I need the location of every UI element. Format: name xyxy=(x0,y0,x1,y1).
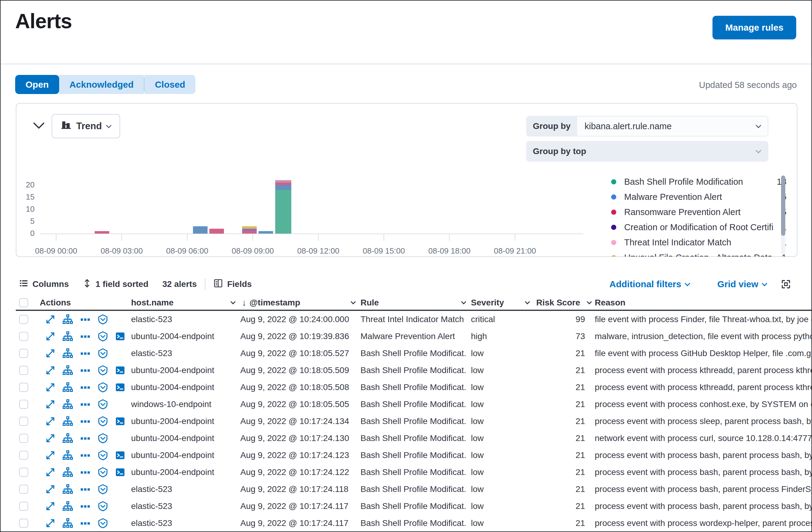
row-checkbox[interactable] xyxy=(19,349,28,358)
column-menu-chevron-icon[interactable] xyxy=(351,299,356,305)
chart-bar-segment[interactable] xyxy=(193,226,207,234)
session-view-icon[interactable] xyxy=(115,382,125,393)
legend-item[interactable]: Ransomware Prevention Alert 5 xyxy=(605,204,786,220)
timeline-shield-icon[interactable] xyxy=(97,399,108,410)
severity-header[interactable]: Severity xyxy=(471,298,504,308)
analyze-event-icon[interactable] xyxy=(62,501,73,512)
legend-item[interactable]: Bash Shell Profile Modification 18 xyxy=(605,174,786,189)
session-view-icon[interactable] xyxy=(115,365,125,375)
tab-closed[interactable]: Closed xyxy=(144,75,195,94)
more-actions-icon[interactable] xyxy=(80,331,91,342)
chart-bar-segment[interactable] xyxy=(275,180,291,182)
timeline-shield-icon[interactable] xyxy=(97,467,108,478)
expand-alert-icon[interactable] xyxy=(45,484,56,494)
more-actions-icon[interactable] xyxy=(80,399,91,410)
row-checkbox[interactable] xyxy=(19,383,28,392)
expand-alert-icon[interactable] xyxy=(45,314,56,325)
expand-alert-icon[interactable] xyxy=(45,501,56,512)
timeline-shield-icon[interactable] xyxy=(97,433,108,444)
columns-button[interactable]: Columns xyxy=(19,279,69,290)
timeline-shield-icon[interactable] xyxy=(97,518,108,529)
timeline-shield-icon[interactable] xyxy=(97,484,108,495)
chart-bar-segment[interactable] xyxy=(209,229,224,234)
timeline-shield-icon[interactable] xyxy=(97,450,108,461)
timeline-shield-icon[interactable] xyxy=(97,382,108,393)
expand-alert-icon[interactable] xyxy=(45,416,56,426)
row-checkbox[interactable] xyxy=(19,468,28,477)
timeline-shield-icon[interactable] xyxy=(97,501,108,512)
session-view-icon[interactable] xyxy=(115,450,125,460)
row-checkbox[interactable] xyxy=(19,502,28,511)
chart-bar-segment[interactable] xyxy=(242,229,257,231)
more-actions-icon[interactable] xyxy=(80,467,91,478)
group-by-top-field[interactable]: Group by top xyxy=(526,141,768,162)
row-checkbox[interactable] xyxy=(19,451,28,460)
analyze-event-icon[interactable] xyxy=(62,416,73,427)
expand-alert-icon[interactable] xyxy=(45,518,56,528)
row-checkbox[interactable] xyxy=(19,332,28,341)
group-by-field[interactable]: Group by kibana.alert.rule.name xyxy=(526,116,768,136)
expand-alert-icon[interactable] xyxy=(45,365,56,375)
sorted-fields-button[interactable]: 1 field sorted xyxy=(83,278,148,290)
analyze-event-icon[interactable] xyxy=(62,450,73,461)
chart-bar-segment[interactable] xyxy=(275,185,291,190)
analyze-event-icon[interactable] xyxy=(62,365,73,376)
chart-bar-segment[interactable] xyxy=(275,190,291,234)
expand-alert-icon[interactable] xyxy=(45,467,56,477)
chart-bar-segment[interactable] xyxy=(95,231,109,234)
session-view-icon[interactable] xyxy=(115,467,125,477)
row-checkbox[interactable] xyxy=(19,400,28,409)
legend-item[interactable]: Creation or Modification of Root Certifi… xyxy=(605,220,786,235)
legend-item[interactable]: Unusual File Creation - Alternate Data S… xyxy=(605,250,786,256)
analyze-event-icon[interactable] xyxy=(62,348,73,359)
analyze-event-icon[interactable] xyxy=(62,433,73,444)
analyze-event-icon[interactable] xyxy=(62,314,73,325)
tab-open[interactable]: Open xyxy=(15,75,59,94)
legend-scrollbar-thumb[interactable] xyxy=(781,176,785,236)
analyze-event-icon[interactable] xyxy=(62,331,73,342)
more-actions-icon[interactable] xyxy=(80,484,91,495)
row-checkbox[interactable] xyxy=(19,417,28,426)
expand-alert-icon[interactable] xyxy=(45,433,56,443)
session-view-icon[interactable] xyxy=(115,331,125,341)
chart-bar-segment[interactable] xyxy=(242,226,257,229)
timeline-shield-icon[interactable] xyxy=(97,348,108,359)
column-menu-chevron-icon[interactable] xyxy=(231,299,236,305)
analyze-event-icon[interactable] xyxy=(62,382,73,393)
chart-bar-segment[interactable] xyxy=(259,231,273,234)
select-all-checkbox[interactable] xyxy=(19,298,28,307)
timeline-shield-icon[interactable] xyxy=(97,314,108,325)
grid-view-button[interactable]: Grid view xyxy=(717,279,767,289)
analyze-event-icon[interactable] xyxy=(62,467,73,478)
legend-item[interactable]: Threat Intel Indicator Match 1 xyxy=(605,235,786,250)
more-actions-icon[interactable] xyxy=(80,382,91,393)
more-actions-icon[interactable] xyxy=(80,348,91,359)
collapse-panel-chevron-icon[interactable] xyxy=(32,121,45,130)
hostname-header[interactable]: host.name xyxy=(131,298,174,308)
column-menu-chevron-icon[interactable] xyxy=(461,299,466,305)
legend-item[interactable]: Malware Prevention Alert 6 xyxy=(605,189,786,204)
manage-rules-button[interactable]: Manage rules xyxy=(712,16,796,40)
chart-bar-segment[interactable] xyxy=(242,231,257,234)
row-checkbox[interactable] xyxy=(19,366,28,375)
chart-type-select[interactable]: Trend xyxy=(52,114,120,138)
legend-scrollbar[interactable] xyxy=(781,175,785,254)
timeline-shield-icon[interactable] xyxy=(97,416,108,427)
column-menu-chevron-icon[interactable] xyxy=(525,299,530,305)
tab-acknowledged[interactable]: Acknowledged xyxy=(59,75,144,94)
expand-alert-icon[interactable] xyxy=(45,399,56,410)
expand-alert-icon[interactable] xyxy=(45,348,56,358)
row-checkbox[interactable] xyxy=(19,519,28,528)
chart-bar-segment[interactable] xyxy=(275,182,291,185)
expand-alert-icon[interactable] xyxy=(45,382,56,393)
analyze-event-icon[interactable] xyxy=(62,484,73,495)
more-actions-icon[interactable] xyxy=(80,433,91,444)
more-actions-icon[interactable] xyxy=(80,518,91,529)
risk-score-header[interactable]: Risk Score xyxy=(536,298,580,308)
rule-header[interactable]: Rule xyxy=(361,298,379,308)
timeline-shield-icon[interactable] xyxy=(97,365,108,376)
more-actions-icon[interactable] xyxy=(80,416,91,427)
more-actions-icon[interactable] xyxy=(80,450,91,461)
analyze-event-icon[interactable] xyxy=(62,518,73,529)
timestamp-header[interactable]: ↓ @timestamp xyxy=(242,297,300,308)
